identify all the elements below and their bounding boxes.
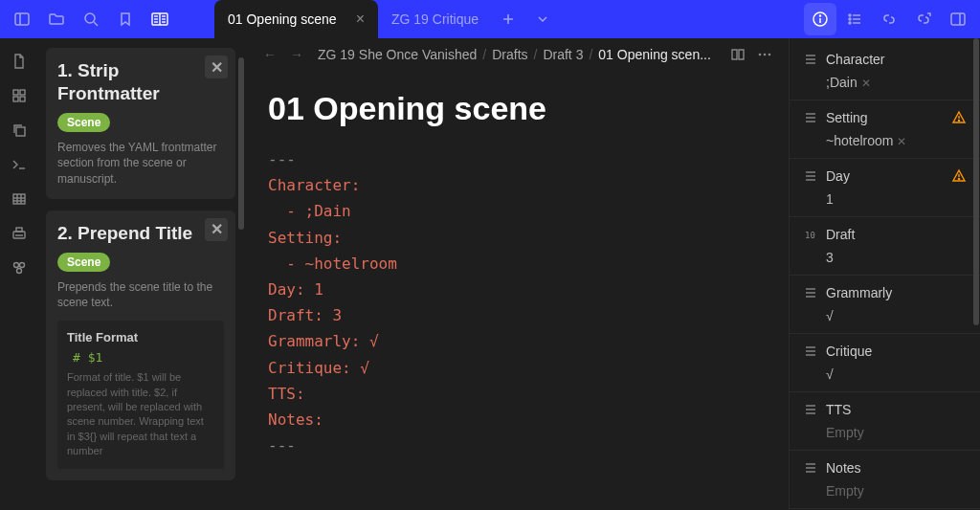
scene-badge: Scene (57, 113, 110, 132)
card-strip-frontmatter[interactable]: ✕ 1. Strip Frontmatter Scene Removes the… (46, 48, 235, 199)
property-setting[interactable]: Setting~hotelroom✕ (790, 100, 980, 158)
prop-value[interactable]: √ (803, 304, 967, 327)
property-day[interactable]: Day1 (790, 159, 980, 216)
prop-value[interactable]: ~hotelroom✕ (803, 129, 967, 152)
title-format-panel: Title Format # $1 Format of title. $1 wi… (57, 321, 224, 468)
subcard-help: Format of title. $1 will be replaced wit… (67, 370, 214, 458)
reading-icon[interactable] (144, 3, 176, 35)
prop-label: Day (826, 168, 850, 184)
svg-rect-26 (20, 90, 25, 95)
warning-icon (951, 110, 967, 125)
left-rail (0, 38, 38, 510)
prop-value[interactable]: 1 (803, 188, 967, 211)
prop-value[interactable]: Empty (803, 421, 967, 444)
property-critique[interactable]: Critique√ (790, 334, 980, 391)
nav-forward-icon[interactable]: → (287, 47, 306, 62)
svg-point-44 (768, 54, 771, 56)
modules-icon[interactable] (4, 255, 34, 281)
svg-rect-27 (13, 97, 18, 101)
left-panel-toggle-icon[interactable] (6, 3, 38, 35)
property-grammarly[interactable]: Grammarly√ (790, 276, 980, 333)
info-icon[interactable] (804, 3, 836, 35)
prop-icon (803, 344, 818, 359)
tab-label: ZG 19 Critique (391, 11, 479, 27)
new-tab-icon[interactable] (492, 3, 524, 35)
copy-icon[interactable] (4, 117, 34, 144)
editor-content[interactable]: 01 Opening scene --- Character: - ;Dain … (245, 71, 789, 510)
breadcrumb[interactable]: ZG 19 She Once Vanished / Drafts / Draft… (318, 47, 718, 62)
card-desc: Prepends the scene title to the scene te… (57, 279, 224, 312)
svg-rect-31 (13, 194, 25, 204)
search-icon[interactable] (75, 3, 107, 35)
card-desc: Removes the YAML frontmatter section fro… (57, 140, 224, 188)
outline-icon[interactable] (838, 3, 871, 35)
backlinks-icon[interactable] (873, 3, 905, 35)
folder-icon[interactable] (40, 3, 73, 35)
reading-view-icon[interactable] (729, 46, 746, 63)
svg-rect-29 (16, 127, 25, 136)
prop-icon (803, 110, 818, 125)
frontmatter[interactable]: --- Character: - ;Dain Setting: - ~hotel… (268, 146, 766, 458)
prop-value[interactable]: ;Dain✕ (803, 71, 967, 94)
svg-point-52 (958, 120, 959, 121)
svg-point-41 (17, 269, 22, 274)
prop-value[interactable]: Empty (803, 479, 967, 502)
table-icon[interactable] (4, 186, 34, 212)
prop-value[interactable]: √ (803, 363, 967, 386)
warning-icon (951, 168, 967, 184)
property-draft[interactable]: 10Draft3 (790, 217, 980, 275)
right-panel-toggle-icon[interactable] (942, 3, 974, 35)
svg-point-43 (764, 54, 767, 56)
prop-icon (803, 285, 818, 300)
prop-label: Critique (826, 344, 872, 359)
prop-icon (803, 52, 818, 67)
prop-label: Draft (826, 227, 855, 242)
prop-value[interactable]: 3 (803, 246, 967, 269)
remove-icon[interactable]: ✕ (861, 77, 871, 90)
editor-pane: ← → ZG 19 She Once Vanished / Drafts / D… (245, 38, 789, 510)
prop-label: Grammarly (826, 285, 892, 300)
svg-rect-0 (15, 13, 29, 25)
card-prepend-title[interactable]: ✕ 2. Prepend Title Scene Prepends the sc… (46, 211, 235, 480)
card-title: 1. Strip Frontmatter (57, 59, 224, 105)
svg-rect-37 (16, 228, 22, 232)
document-title[interactable]: 01 Opening scene (268, 90, 766, 127)
property-character[interactable]: Character;Dain✕ (790, 42, 980, 100)
prop-label: TTS (826, 402, 851, 417)
titlebar: 01 Opening scene × ZG 19 Critique (0, 0, 980, 38)
tab-dropdown-icon[interactable] (526, 3, 559, 35)
remove-icon[interactable]: ✕ (897, 135, 906, 148)
terminal-icon[interactable] (4, 151, 34, 178)
typewriter-icon[interactable] (4, 220, 34, 247)
close-icon[interactable]: ✕ (205, 55, 228, 78)
svg-point-40 (20, 263, 25, 268)
property-notes[interactable]: NotesEmpty (790, 451, 980, 508)
prop-icon: 10 (803, 227, 818, 242)
tab-label: 01 Opening scene (228, 11, 337, 27)
svg-point-21 (849, 22, 851, 24)
nav-back-icon[interactable]: ← (260, 47, 279, 62)
grid-icon[interactable] (4, 82, 34, 109)
prop-icon (803, 168, 818, 184)
tab-critique[interactable]: ZG 19 Critique (378, 0, 492, 38)
close-icon[interactable]: ✕ (205, 218, 228, 241)
svg-rect-25 (13, 90, 18, 95)
svg-point-17 (849, 14, 851, 16)
svg-line-3 (94, 22, 98, 26)
prop-label: Setting (826, 110, 868, 125)
svg-text:10: 10 (805, 231, 815, 240)
outgoing-links-icon[interactable] (907, 3, 940, 35)
bookmark-icon[interactable] (109, 3, 142, 35)
scrollbar[interactable] (237, 38, 245, 510)
tab-opening-scene[interactable]: 01 Opening scene × (214, 0, 378, 38)
prop-icon (803, 460, 818, 476)
close-icon[interactable]: × (356, 11, 365, 28)
svg-point-57 (958, 178, 959, 179)
tab-bar: 01 Opening scene × ZG 19 Critique (214, 0, 804, 38)
file-icon[interactable] (4, 48, 34, 75)
title-format-value[interactable]: # $1 (67, 350, 214, 365)
property-tts[interactable]: TTSEmpty (790, 392, 980, 450)
properties-panel: Character;Dain✕Setting~hotelroom✕Day110D… (789, 38, 980, 510)
svg-point-16 (820, 15, 821, 16)
more-icon[interactable] (756, 46, 773, 63)
